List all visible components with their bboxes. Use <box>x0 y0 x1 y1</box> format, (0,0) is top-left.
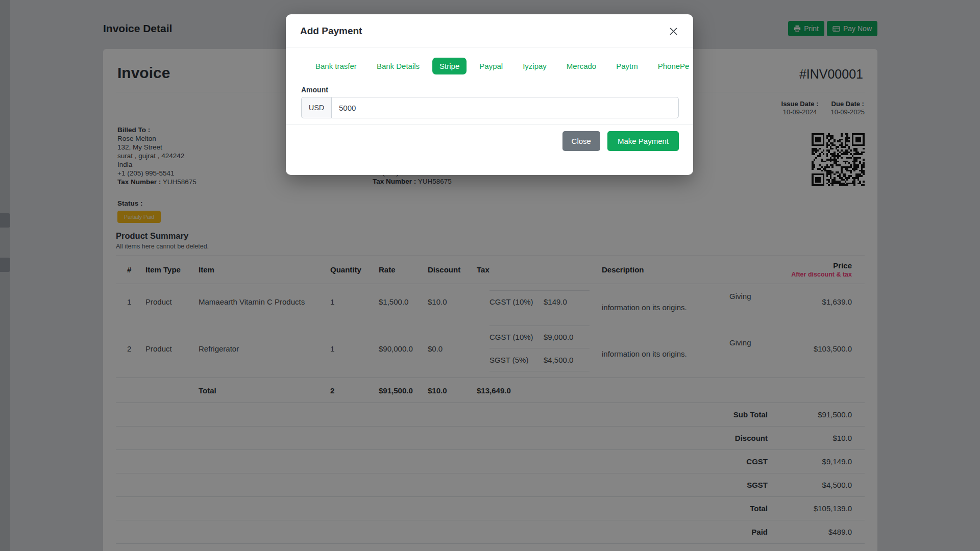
currency-prefix: USD <box>301 97 331 118</box>
modal-title: Add Payment <box>300 26 362 37</box>
amount-input-group: USD <box>301 97 679 118</box>
tab-bank-transfer[interactable]: Bank trasfer <box>308 58 364 74</box>
tab-iyzipay[interactable]: Iyzipay <box>516 58 554 74</box>
modal-header: Add Payment <box>286 14 693 47</box>
close-button[interactable]: Close <box>562 131 600 151</box>
payment-method-tabs: Bank trasfer Bank Details Stripe Paypal … <box>308 58 679 74</box>
modal-footer: Close Make Payment <box>286 124 693 151</box>
add-payment-modal: Add Payment Bank trasfer Bank Details St… <box>286 14 693 175</box>
amount-label: Amount <box>301 86 679 94</box>
tab-paytm[interactable]: Paytm <box>609 58 645 74</box>
make-payment-button[interactable]: Make Payment <box>607 131 679 151</box>
close-icon[interactable] <box>668 26 679 37</box>
tab-phonepe[interactable]: PhonePe <box>651 58 697 74</box>
tab-stripe[interactable]: Stripe <box>432 58 467 74</box>
tab-mercado[interactable]: Mercado <box>559 58 603 74</box>
tab-bank-details[interactable]: Bank Details <box>370 58 427 74</box>
tab-paypal[interactable]: Paypal <box>472 58 510 74</box>
amount-input[interactable] <box>331 97 679 118</box>
